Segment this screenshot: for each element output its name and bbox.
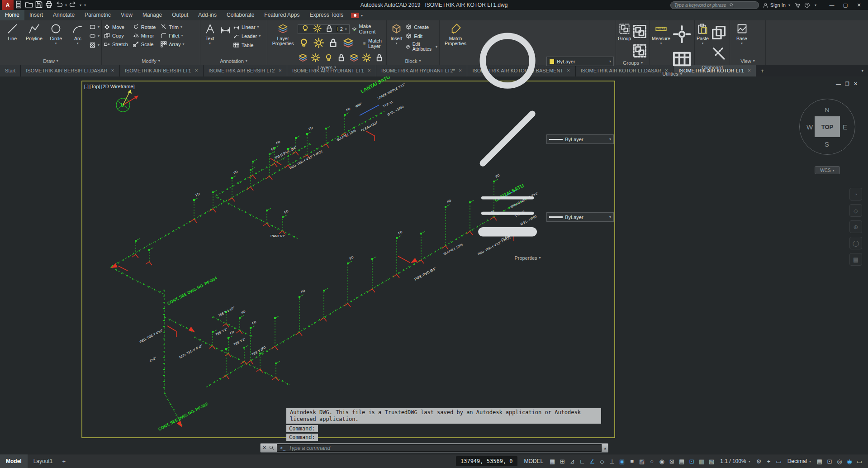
drawing-area[interactable]: FDFDFDFDFDFDFDFDFDFDFDFDFDFDFDFDLANTAI S… (0, 76, 868, 454)
new-file-icon[interactable] (14, 1, 24, 9)
viewcube-north[interactable]: N (825, 106, 830, 114)
file-tab-close-icon[interactable]: ✕ (748, 68, 751, 73)
rectangle-button[interactable]: ▾ (89, 24, 100, 30)
object-snap-tracking-icon[interactable]: ⊥ (607, 456, 617, 466)
new-layout-button[interactable]: + (58, 458, 69, 465)
command-history-icon[interactable]: ▴ (604, 446, 606, 450)
move-button[interactable]: Move (104, 24, 128, 30)
linetype-dropdown[interactable]: ByLayer▾ (546, 134, 614, 144)
panel-label-properties[interactable]: Properties▾ (440, 255, 616, 261)
autoscale-icon[interactable]: ▧ (707, 456, 716, 466)
ribbon-tab-manage[interactable]: Manage (138, 10, 167, 20)
ribbon-minimize-icon[interactable]: ▾ (361, 14, 363, 18)
units-dropdown[interactable]: Decimal▾ (784, 458, 814, 464)
snap-mode-icon[interactable]: ⊞ (557, 456, 567, 466)
units-ruler-icon[interactable]: ▭ (774, 456, 784, 466)
text-button[interactable]: Text▾ (202, 22, 218, 45)
mirror-button[interactable]: Mirror (133, 32, 156, 39)
panel-label-block[interactable]: Block▾ (387, 57, 439, 65)
stretch-button[interactable]: Stretch (104, 41, 128, 48)
isodraft-icon[interactable]: ◇ (597, 456, 607, 466)
redo-dropdown-icon[interactable]: ▾ (79, 3, 82, 7)
file-tab-close-icon[interactable]: ✕ (111, 68, 114, 73)
isolate-objects-icon[interactable]: ◎ (835, 456, 844, 466)
layer-state-icon[interactable] (298, 37, 310, 50)
layer-tool-icon[interactable] (336, 53, 346, 64)
panel-label-draw[interactable]: Draw▾ (0, 57, 101, 65)
quick-calc-icon[interactable] (671, 48, 693, 71)
sign-in-button[interactable]: Sign In ▾ (763, 2, 791, 8)
transparency-icon[interactable]: ▨ (637, 456, 647, 466)
grid-icon[interactable]: ▦ (547, 456, 557, 466)
panel-label-annotation[interactable]: Annotation▾ (200, 57, 267, 65)
ortho-icon[interactable]: ∟ (577, 456, 587, 466)
edit-block-button[interactable]: Edit (405, 33, 437, 39)
match-layer-button[interactable]: Match Layer (362, 38, 384, 49)
insert-button[interactable]: Insert▾ (389, 22, 404, 45)
doc-minimize-icon[interactable]: — (836, 81, 841, 87)
edit-attributes-button[interactable]: Edit Attributes▾ (405, 42, 437, 52)
model-tab[interactable]: Model (0, 454, 28, 468)
ribbon-tab-featured-apps[interactable]: Featured Apps (259, 10, 304, 20)
ribbon-tab-view[interactable]: View (116, 10, 138, 20)
ribbon-tab-annotate[interactable]: Annotate (48, 10, 80, 20)
orbit-icon[interactable]: ◯ (849, 237, 862, 249)
graphics-performance-icon[interactable]: ◉ (844, 456, 854, 466)
ribbon-tab-parametric[interactable]: Parametric (80, 10, 116, 20)
app-store-button[interactable] (795, 2, 801, 8)
viewcube-south[interactable]: S (825, 140, 829, 148)
file-tab-isometrik-air-bersih-lt1[interactable]: ISOMETRIK AIR BERSIH LT1✕ (120, 65, 204, 76)
base-button[interactable]: Base▾ (732, 22, 752, 45)
command-input[interactable]: >_ Type a command (277, 444, 602, 452)
zoom-icon[interactable]: ⊕ (849, 220, 862, 233)
copy-button[interactable]: Copy (104, 32, 128, 39)
new-drawing-tab-button[interactable]: + (756, 65, 768, 76)
ungroup-icon[interactable] (632, 24, 648, 41)
minimize-button[interactable]: — (825, 0, 838, 10)
close-button[interactable]: ✕ (853, 0, 865, 10)
model-space-button[interactable]: MODEL (521, 458, 547, 464)
viewcube-west[interactable]: W (806, 123, 813, 131)
open-file-icon[interactable] (24, 1, 33, 9)
layout1-tab[interactable]: Layout1 (28, 454, 59, 468)
viewport-visual-style-control[interactable]: [2D Wireframe] (101, 84, 135, 89)
viewport-menu-control[interactable]: [-] (84, 84, 89, 89)
viewcube-top-face[interactable]: TOP (815, 116, 840, 137)
ribbon-tab-collaborate[interactable]: Collaborate (222, 10, 259, 20)
circle-button[interactable]: Circle▾ (46, 22, 66, 45)
rotate-button[interactable]: Rotate (133, 24, 156, 30)
doc-restore-icon[interactable]: ❐ (845, 81, 849, 87)
layer-tool-icon[interactable] (298, 53, 308, 64)
ellipse-button[interactable]: ▾ (89, 33, 100, 39)
selection-cycling-icon[interactable]: ○ (647, 456, 657, 466)
navigation-wheel-icon[interactable]: ◔ (849, 188, 862, 201)
layer-tool-icon[interactable] (349, 53, 359, 64)
polar-tracking-icon[interactable]: ∠ (587, 456, 597, 466)
file-tab-isometrik-air-bersih-lt-dasar[interactable]: ISOMETRIK AIR BERSIH LT.DASAR✕ (21, 65, 120, 76)
redo-icon[interactable] (69, 1, 78, 9)
create-block-button[interactable]: Create (405, 24, 437, 30)
leader-button[interactable]: Leader▾ (233, 33, 261, 39)
undo-icon[interactable] (54, 1, 63, 9)
maximize-button[interactable]: ▢ (839, 0, 852, 10)
table-button[interactable]: Table (233, 42, 261, 48)
id-point-icon[interactable] (671, 24, 693, 46)
lock-ui-icon[interactable]: ⊡ (825, 456, 835, 466)
qat-customize-icon[interactable]: ▾ (83, 3, 87, 7)
file-tab-close-icon[interactable]: ✕ (194, 68, 198, 73)
layer-state-icon[interactable] (313, 37, 325, 50)
showmotion-icon[interactable]: ▤ (849, 253, 862, 266)
command-line-bar[interactable]: ✕ >_ Type a command ▴ (260, 443, 608, 453)
arc-button[interactable]: Arc▾ (67, 22, 88, 45)
fillet-button[interactable]: Fillet▾ (160, 32, 184, 39)
color-dropdown[interactable]: ByLayer▾ (546, 57, 614, 66)
layer-tool-icon[interactable] (310, 53, 321, 64)
file-tab-start[interactable]: Start (0, 65, 21, 76)
make-current-button[interactable]: Make Current (351, 24, 384, 34)
panel-label-groups[interactable]: Groups▾ (616, 60, 650, 66)
panel-label-view[interactable]: View▾ (730, 57, 765, 65)
quick-properties-icon[interactable]: ▤ (815, 456, 825, 466)
measure-button[interactable]: Measure▾ (652, 22, 670, 45)
undo-dropdown-icon[interactable]: ▾ (64, 3, 68, 7)
dynamic-ucs-icon[interactable]: ⊠ (667, 456, 677, 466)
